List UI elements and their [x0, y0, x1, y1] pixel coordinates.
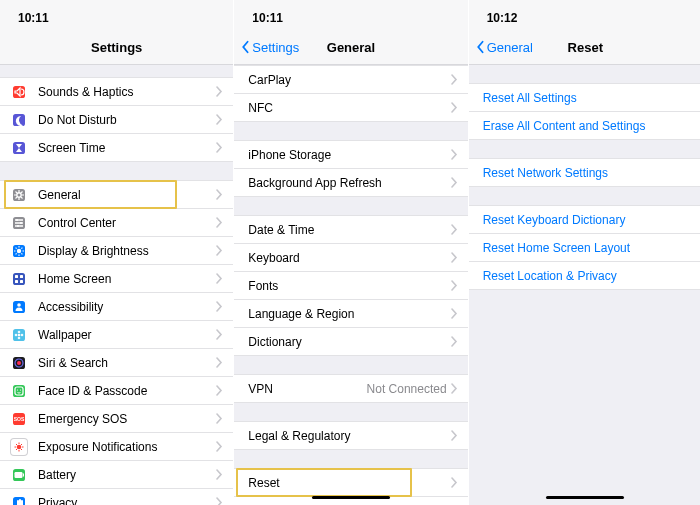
svg-point-15 — [17, 225, 19, 227]
chevron-right-icon — [451, 429, 458, 443]
svg-point-29 — [15, 333, 18, 336]
row-label: Battery — [38, 468, 216, 482]
chevron-right-icon — [216, 356, 223, 370]
row-reset-home[interactable]: Reset Home Screen Layout — [469, 234, 700, 262]
row-label: Control Center — [38, 216, 216, 230]
row-label: Reset Location & Privacy — [483, 269, 692, 283]
chevron-right-icon — [216, 300, 223, 314]
row-fonts[interactable]: Fonts — [234, 272, 467, 300]
row-battery[interactable]: Battery — [0, 461, 233, 489]
chevron-right-icon — [451, 476, 458, 490]
section-gap — [0, 65, 233, 77]
row-label: iPhone Storage — [248, 148, 450, 162]
back-button[interactable]: General — [475, 40, 533, 55]
row-label: Privacy — [38, 496, 216, 506]
row-label: Face ID & Passcode — [38, 384, 216, 398]
scroll-area[interactable]: Sounds & Haptics Do Not Disturb Screen T… — [0, 65, 233, 505]
row-keyboard[interactable]: Keyboard — [234, 244, 467, 272]
row-reset[interactable]: Reset — [234, 468, 467, 497]
chevron-right-icon — [451, 279, 458, 293]
row-label: Siri & Search — [38, 356, 216, 370]
row-general[interactable]: General — [0, 180, 233, 209]
row-screen-time[interactable]: Screen Time — [0, 134, 233, 162]
svg-point-36 — [17, 389, 18, 390]
row-accessibility[interactable]: Accessibility — [0, 293, 233, 321]
status-time: 10:11 — [252, 11, 283, 25]
virus-app-icon — [10, 438, 28, 456]
hourglass-app-icon — [10, 139, 28, 157]
row-storage[interactable]: iPhone Storage — [234, 140, 467, 169]
row-exposure[interactable]: Exposure Notifications — [0, 433, 233, 461]
nav-bar: Settings General — [234, 30, 467, 65]
page-title: General — [327, 40, 375, 55]
row-dictionary[interactable]: Dictionary — [234, 328, 467, 356]
scroll-area[interactable]: CarPlay NFC iPhone Storage Background Ap… — [234, 65, 467, 505]
back-label: Settings — [252, 40, 299, 55]
row-siri[interactable]: Siri & Search — [0, 349, 233, 377]
row-nfc[interactable]: NFC — [234, 94, 467, 122]
row-label: Legal & Regulatory — [248, 429, 450, 443]
row-reset-all[interactable]: Reset All Settings — [469, 83, 700, 112]
status-bar: 10:12 — [469, 0, 700, 30]
back-label: General — [487, 40, 533, 55]
svg-point-24 — [17, 303, 21, 307]
speaker-app-icon — [10, 83, 28, 101]
status-bar: 10:11 — [234, 0, 467, 30]
row-label: Keyboard — [248, 251, 450, 265]
row-vpn[interactable]: VPNNot Connected — [234, 374, 467, 403]
hand-app-icon — [10, 494, 28, 506]
back-button[interactable]: Settings — [240, 40, 299, 55]
chevron-right-icon — [216, 412, 223, 426]
row-reset-keyboard[interactable]: Reset Keyboard Dictionary — [469, 205, 700, 234]
section-gap — [469, 65, 700, 83]
row-sounds[interactable]: Sounds & Haptics — [0, 77, 233, 106]
row-label: NFC — [248, 101, 450, 115]
row-reset-network[interactable]: Reset Network Settings — [469, 158, 700, 187]
row-reset-location[interactable]: Reset Location & Privacy — [469, 262, 700, 290]
row-label: Dictionary — [248, 335, 450, 349]
row-refresh[interactable]: Background App Refresh — [234, 169, 467, 197]
row-erase-all[interactable]: Erase All Content and Settings — [469, 112, 700, 140]
chevron-right-icon — [451, 101, 458, 115]
row-home-screen[interactable]: Home Screen — [0, 265, 233, 293]
row-label: Reset All Settings — [483, 91, 692, 105]
row-wallpaper[interactable]: Wallpaper — [0, 321, 233, 349]
nav-bar: Settings — [0, 30, 233, 65]
svg-point-33 — [17, 361, 21, 365]
section-gap — [234, 122, 467, 140]
home-indicator — [546, 496, 624, 499]
svg-text:SOS: SOS — [14, 416, 25, 422]
chevron-right-icon — [216, 440, 223, 454]
row-label: Emergency SOS — [38, 412, 216, 426]
row-label: General — [38, 188, 216, 202]
svg-rect-43 — [15, 472, 23, 478]
row-control-center[interactable]: Control Center — [0, 209, 233, 237]
row-privacy[interactable]: Privacy — [0, 489, 233, 505]
scroll-area[interactable]: Reset All Settings Erase All Content and… — [469, 65, 700, 505]
chevron-right-icon — [451, 73, 458, 87]
chevron-right-icon — [451, 176, 458, 190]
row-language[interactable]: Language & Region — [234, 300, 467, 328]
status-bar: 10:11 — [0, 0, 233, 30]
chevron-right-icon — [216, 496, 223, 506]
row-legal[interactable]: Legal & Regulatory — [234, 421, 467, 450]
row-label: Reset — [248, 476, 450, 490]
row-label: Wallpaper — [38, 328, 216, 342]
section-gap — [234, 403, 467, 421]
row-datetime[interactable]: Date & Time — [234, 215, 467, 244]
row-faceid[interactable]: Face ID & Passcode — [0, 377, 233, 405]
row-display[interactable]: Display & Brightness — [0, 237, 233, 265]
svg-rect-21 — [15, 280, 18, 283]
phone-2: 10:11 Settings General CarPlay NFC iPhon… — [234, 0, 468, 505]
chevron-right-icon — [216, 384, 223, 398]
row-label: Accessibility — [38, 300, 216, 314]
nav-bar: General Reset — [469, 30, 700, 65]
row-label: CarPlay — [248, 73, 450, 87]
chevron-right-icon — [216, 188, 223, 202]
row-label: Home Screen — [38, 272, 216, 286]
chevron-right-icon — [216, 85, 223, 99]
row-dnd[interactable]: Do Not Disturb — [0, 106, 233, 134]
row-carplay[interactable]: CarPlay — [234, 65, 467, 94]
row-sos[interactable]: SOS Emergency SOS — [0, 405, 233, 433]
section-gap — [234, 356, 467, 374]
